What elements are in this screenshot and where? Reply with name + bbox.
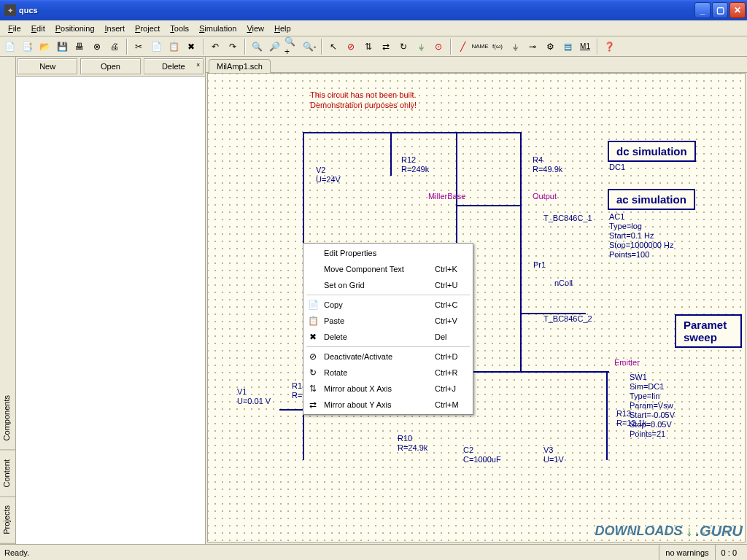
save-all-button[interactable]: 🖶 [71,39,88,55]
ctx-shortcut: Ctrl+J [435,384,471,393]
label-emitter: Emitter [614,358,640,367]
projects-delete-button[interactable]: Delete [144,58,204,74]
ctx-icon: ⇄ [305,398,321,411]
side-tab-components[interactable]: Components [0,386,15,450]
ctx-item-rotate[interactable]: ↻RotateCtrl+R [305,365,471,381]
wire-label-button[interactable]: NAME [472,39,488,55]
dc-sim-name: DC1 [609,163,625,172]
ctx-icon [305,262,321,276]
insert-ground-button[interactable]: ⏚ [413,39,429,55]
ctx-label: Move Component Text [321,265,435,273]
comp-r4: R4 R=49.9k [533,155,562,174]
redo-button[interactable]: ↷ [225,39,241,55]
insert-port-button[interactable]: ⊙ [430,39,446,55]
side-tab-content[interactable]: Content [0,451,15,497]
comp-r10: R10 R=24.9k [398,434,427,453]
mirror-y-button[interactable]: ⇄ [378,39,394,55]
ctx-item-copy[interactable]: 📄CopyCtrl+C [305,297,471,313]
projects-new-button[interactable]: New [18,58,77,74]
ground-button[interactable]: ⏚ [507,39,523,55]
panel-close-icon[interactable]: × [196,61,204,69]
ctx-shortcut: Ctrl+C [435,300,471,309]
delete-button[interactable]: ✖ [183,39,199,55]
ctx-item-mirror-about-y-axis[interactable]: ⇄Mirror about Y AxisCtrl+M [305,397,471,413]
label-output: Output [533,192,557,201]
ctx-label: Mirror about Y Axis [321,400,435,409]
new-doc-button[interactable]: 📄 [1,39,18,55]
menu-view[interactable]: View [241,23,269,34]
menu-simulation[interactable]: Simulation [194,23,241,34]
toolbar: 📄 📑 📂 💾 🖶 ⊗ 🖨 ✂ 📄 📋 ✖ ↶ ↷ 🔍 🔎 🔍+ 🔍- ↖ ⊘ … [0,36,747,57]
schematic-warning: This circuit has not been built.Demonstr… [310,90,417,110]
ac-sim-box[interactable]: ac simulation [608,189,695,210]
insert-eq-button[interactable]: f(ω) [489,39,506,55]
window-title: qucs [19,6,693,15]
ctx-item-deactivate-activate[interactable]: ⊘Deactivate/ActivateCtrl+D [305,349,471,365]
open-button[interactable]: 📂 [36,39,53,55]
save-button[interactable]: 💾 [54,39,70,55]
context-menu: Edit PropertiesMove Component TextCtrl+K… [303,243,473,415]
print-button[interactable]: 🖨 [107,39,123,55]
ctx-icon: 📋 [305,314,321,327]
menu-tools[interactable]: Tools [165,23,194,34]
zoom-fit-button[interactable]: 🔍 [249,39,265,55]
zoom-out-button[interactable]: 🔍- [301,39,317,55]
zoom-in-button[interactable]: 🔍+ [284,39,300,55]
label-millerbase: MillerBase [428,192,465,201]
ctx-shortcut: Ctrl+M [435,400,471,409]
rotate-button[interactable]: ↻ [395,39,411,55]
paste-button[interactable]: 📋 [166,39,182,55]
mirror-x-button[interactable]: ⇅ [360,39,376,55]
ctx-item-delete[interactable]: ✖DeleteDel [305,329,471,345]
help-button[interactable]: ❓ [601,39,617,55]
close-doc-button[interactable]: ⊗ [89,39,105,55]
new-text-button[interactable]: 📑 [19,39,35,55]
side-tabs: Projects Content Components [0,57,16,544]
deactivate-button[interactable]: ⊘ [343,39,359,55]
marker-button[interactable]: M1 [577,39,593,55]
menu-help[interactable]: Help [269,23,296,34]
view-data-button[interactable]: ▤ [560,39,576,55]
document-tab[interactable]: MilAmp1.sch [209,59,271,73]
menu-project[interactable]: Project [130,23,165,34]
ctx-shortcut: Ctrl+V [435,316,471,325]
projects-open-button[interactable]: Open [80,58,140,74]
ctx-item-paste[interactable]: 📋PasteCtrl+V [305,313,471,329]
comp-t1: T_BC846C_1 [543,214,592,223]
ctx-icon: ⊘ [305,350,321,363]
zoom-1-button[interactable]: 🔎 [266,39,282,55]
ctx-item-mirror-about-x-axis[interactable]: ⇅Mirror about X AxisCtrl+J [305,381,471,397]
menu-positioning[interactable]: Positioning [50,23,100,34]
wire-button[interactable]: ╱ [454,39,471,55]
document-tab-bar: MilAmp1.sch [206,57,747,73]
schematic-canvas[interactable]: This circuit has not been built.Demonstr… [207,73,746,542]
ctx-item-set-on-grid[interactable]: Set on GridCtrl+U [305,277,471,293]
menu-file[interactable]: File [3,23,26,34]
port-button[interactable]: ⊸ [525,39,541,55]
menu-insert[interactable]: Insert [100,23,131,34]
maximize-button[interactable]: ▢ [712,2,728,18]
ctx-item-edit-properties[interactable]: Edit Properties [305,245,471,261]
undo-button[interactable]: ↶ [207,39,223,55]
ctx-icon: ✖ [305,330,321,343]
cut-button[interactable]: ✂ [131,39,147,55]
minimize-button[interactable]: _ [694,2,711,18]
ctx-icon [305,246,321,260]
select-button[interactable]: ↖ [325,39,341,55]
comp-r12: R12 R=249k [401,155,429,174]
side-tab-projects[interactable]: Projects [0,497,15,544]
close-button[interactable]: ✕ [729,2,746,18]
dc-sim-box[interactable]: dc simulation [608,141,696,162]
comp-c2: C2 C=1000uF [463,446,501,464]
ctx-icon: ↻ [305,366,321,379]
menu-edit[interactable]: Edit [26,23,50,34]
ctx-item-move-component-text[interactable]: Move Component TextCtrl+K [305,261,471,277]
menu-bar: File Edit Positioning Insert Project Too… [0,20,747,36]
projects-list[interactable] [16,77,205,544]
copy-button[interactable]: 📄 [148,39,164,55]
ctx-label: Delete [321,332,435,341]
simulate-button[interactable]: ⚙ [542,39,558,55]
sweep-sim-box[interactable]: Paramet sweep [675,314,742,348]
comp-r1: R1 R= [292,381,302,400]
ctx-label: Rotate [321,368,435,377]
